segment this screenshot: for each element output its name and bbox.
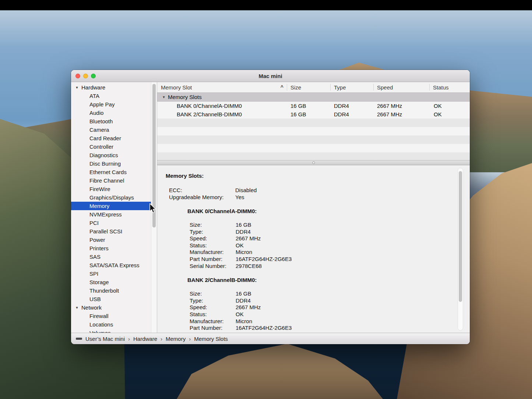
screen: Mac mini ▼ Hardware ATA Apple Pay: [0, 0, 532, 399]
detail-field: Status: OK: [166, 311, 448, 318]
sidebar-item[interactable]: Firewall: [71, 312, 151, 320]
sidebar-item[interactable]: Diagnostics: [71, 151, 151, 159]
bank-heading: BANK 0/ChannelA-DIMM0:: [187, 208, 448, 215]
sidebar-hardware-items: ATA Apple Pay Audio Bluetooth Camera Car…: [71, 92, 151, 303]
memory-slots-group-row[interactable]: ▼ Memory Slots: [157, 93, 470, 102]
main-pane: Memory Slot ^ Size Type Speed Status: [157, 82, 470, 333]
sidebar-item[interactable]: Card Reader: [71, 134, 151, 142]
field-value: 16 GB: [236, 222, 251, 229]
sidebar-item[interactable]: Controller: [71, 142, 151, 151]
field-value: 2978CE68: [236, 263, 262, 270]
detail-field: Type: DDR4: [166, 229, 448, 236]
detail-field: Manufacturer: Micron: [166, 318, 448, 325]
sidebar-item[interactable]: Graphics/Displays: [71, 193, 151, 202]
detail-field: Part Number: 16ATF2G64HZ-2G6E3: [166, 325, 448, 332]
bank-section: BANK 0/ChannelA-DIMM0: Size: 16 GB: [166, 208, 448, 269]
sidebar-item[interactable]: Memory: [71, 202, 151, 210]
breadcrumb-item: › Memory Slots: [189, 336, 228, 342]
split-handle[interactable]: [157, 160, 470, 165]
disclosure-triangle-icon: ▼: [75, 86, 79, 89]
cell-speed: 2667 MHz: [373, 111, 429, 117]
detail-field: Manufacturer: Micron: [166, 249, 448, 256]
cell-type: DDR4: [330, 111, 373, 117]
column-header-size[interactable]: Size: [287, 82, 330, 92]
field-label: Type:: [190, 297, 236, 304]
sidebar-item[interactable]: Fibre Channel: [71, 176, 151, 185]
sidebar-section-hardware[interactable]: ▼ Hardware: [71, 83, 151, 92]
sidebar-item[interactable]: Printers: [71, 244, 151, 253]
detail-field: Size: 16 GB: [166, 222, 448, 229]
field-value: OK: [236, 242, 244, 249]
sidebar-item[interactable]: ATA: [71, 92, 151, 100]
field-value: Yes: [235, 194, 244, 201]
table-header: Memory Slot ^ Size Type Speed Status: [157, 82, 470, 93]
breadcrumb: › User’s Mac mini › Hardware › Memory: [85, 336, 228, 342]
field-value: 16 GB: [236, 290, 251, 297]
sidebar-item[interactable]: Disc Burning: [71, 159, 151, 168]
sidebar-item[interactable]: Thunderbolt: [71, 286, 151, 295]
detail-field: Speed: 2667 MHz: [166, 304, 448, 311]
sidebar-item[interactable]: SATA/SATA Express: [71, 261, 151, 269]
breadcrumb-item: › Memory: [161, 336, 186, 342]
sidebar-item[interactable]: Locations: [71, 320, 151, 329]
column-header-memory-slot[interactable]: Memory Slot ^: [157, 82, 287, 92]
column-header-type[interactable]: Type: [330, 82, 373, 92]
field-label: ECC:: [169, 187, 235, 194]
bank-fields: Size: 16 GB Type: DDR4: [166, 290, 448, 332]
cell-speed: 2667 MHz: [373, 103, 429, 109]
details-scrollbar-thumb[interactable]: [459, 171, 462, 302]
detail-field: Size: 16 GB: [166, 290, 448, 297]
disclosure-triangle-icon: ▼: [75, 306, 79, 310]
sidebar-item[interactable]: Parallel SCSI: [71, 227, 151, 236]
sidebar-section-network[interactable]: ▼ Network: [71, 303, 151, 312]
cell-size: 16 GB: [287, 103, 330, 109]
bank-heading: BANK 2/ChannelB-DIMM0:: [187, 276, 448, 283]
sidebar-scrollbar-thumb[interactable]: [152, 84, 156, 227]
column-header-status[interactable]: Status: [429, 82, 470, 92]
column-header-speed[interactable]: Speed: [373, 82, 429, 92]
table-row[interactable]: BANK 0/ChannelA-DIMM0 16 GB DDR4 2667 MH…: [157, 102, 470, 110]
sidebar-network-items: Firewall Locations Volumes: [71, 312, 151, 333]
sidebar-item[interactable]: NVMExpress: [71, 210, 151, 219]
sidebar-list: ▼ Hardware ATA Apple Pay Audio Bluetooth: [71, 82, 151, 333]
field-value: 16ATF2G64HZ-2G6E3: [236, 256, 292, 263]
zoom-button[interactable]: [91, 74, 96, 78]
sidebar-item[interactable]: Audio: [71, 109, 151, 117]
cell-type: DDR4: [330, 103, 373, 109]
field-label: Upgradeable Memory:: [169, 194, 235, 201]
status-bar: › User’s Mac mini › Hardware › Memory: [71, 333, 470, 344]
sidebar-item[interactable]: Camera: [71, 126, 151, 134]
table-row[interactable]: BANK 2/ChannelB-DIMM0 16 GB DDR4 2667 MH…: [157, 110, 470, 119]
field-label: Speed:: [190, 304, 236, 311]
traffic-lights: [75, 70, 96, 82]
close-button[interactable]: [75, 74, 80, 78]
field-label: Size:: [190, 290, 236, 297]
details-scrollbar[interactable]: [458, 168, 463, 331]
minimize-button[interactable]: [83, 74, 88, 78]
details-pane: Memory Slots: ECC: Disabled Upgradeabl: [157, 165, 470, 333]
detail-field: Upgradeable Memory: Yes: [166, 194, 448, 201]
sidebar-item[interactable]: Power: [71, 236, 151, 244]
field-value: DDR4: [236, 229, 251, 236]
sidebar-item[interactable]: Bluetooth: [71, 117, 151, 126]
sidebar-item[interactable]: Apple Pay: [71, 100, 151, 109]
bank-fields: Size: 16 GB Type: DDR4: [166, 222, 448, 269]
sidebar-item[interactable]: SAS: [71, 253, 151, 261]
sidebar-item[interactable]: FireWire: [71, 185, 151, 193]
detail-field: Serial Number: 2978CE68: [166, 263, 448, 270]
cell-status: OK: [429, 103, 470, 109]
sidebar-item[interactable]: SPI: [71, 269, 151, 278]
detail-field: Part Number: 16ATF2G64HZ-2G6E3: [166, 256, 448, 263]
sidebar-item[interactable]: PCI: [71, 219, 151, 227]
field-label: Manufacturer:: [190, 318, 236, 325]
field-value: 16ATF2G64HZ-2G6E3: [236, 325, 292, 332]
sidebar-scrollbar[interactable]: [151, 82, 157, 333]
sidebar-item[interactable]: USB: [71, 295, 151, 303]
window-titlebar[interactable]: Mac mini: [71, 70, 470, 82]
field-label: Part Number:: [190, 325, 236, 332]
detail-field: Speed: 2667 MHz: [166, 235, 448, 242]
sidebar-item[interactable]: Storage: [71, 278, 151, 286]
sidebar-item[interactable]: Ethernet Cards: [71, 168, 151, 176]
field-value: 2667 MHz: [236, 235, 261, 242]
detail-field: Status: OK: [166, 242, 448, 249]
